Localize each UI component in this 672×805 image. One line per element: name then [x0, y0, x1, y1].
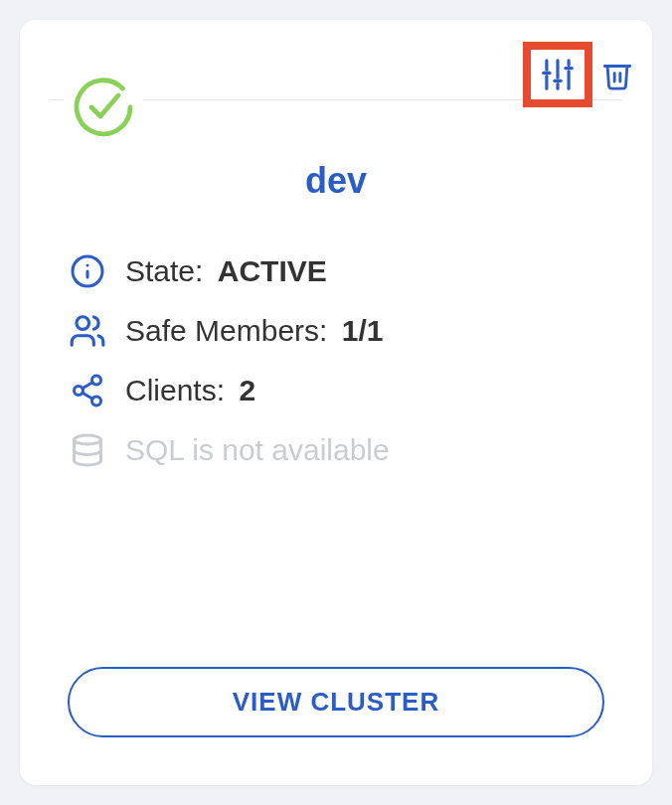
share-icon — [68, 371, 107, 410]
card-header — [20, 20, 652, 100]
svg-point-14 — [77, 317, 89, 330]
svg-point-20 — [75, 435, 101, 444]
members-label: Safe Members: — [125, 314, 327, 347]
sliders-icon — [539, 56, 577, 93]
status-badge — [64, 68, 143, 147]
cluster-card: dev State: ACTIVE — [20, 20, 652, 785]
database-icon — [68, 430, 107, 470]
state-label: State: — [125, 254, 203, 287]
clients-value: 2 — [239, 374, 255, 406]
state-value: ACTIVE — [218, 254, 327, 287]
clients-label: Clients: — [125, 374, 225, 406]
members-value: 1/1 — [342, 314, 384, 347]
cluster-name: dev — [20, 160, 652, 202]
users-icon — [68, 311, 107, 351]
delete-button[interactable] — [600, 58, 634, 91]
view-cluster-button[interactable]: VIEW CLUSTER — [68, 667, 604, 737]
info-icon — [68, 251, 107, 291]
stat-state: State: ACTIVE — [68, 251, 604, 291]
sql-label: SQL is not available — [125, 433, 390, 466]
members-text: Safe Members: 1/1 — [125, 314, 383, 348]
svg-line-19 — [83, 383, 92, 389]
stat-clients: Clients: 2 — [68, 371, 604, 410]
settings-button[interactable] — [539, 56, 577, 93]
stat-sql: SQL is not available — [68, 430, 604, 470]
settings-highlight — [523, 42, 592, 107]
svg-line-18 — [83, 393, 92, 399]
trash-icon — [600, 58, 634, 91]
header-actions — [523, 42, 634, 107]
cluster-stats: State: ACTIVE Safe Members: 1/1 — [20, 202, 652, 470]
sql-text: SQL is not available — [125, 433, 390, 467]
stat-members: Safe Members: 1/1 — [68, 311, 604, 351]
state-text: State: ACTIVE — [125, 254, 327, 288]
clients-text: Clients: 2 — [125, 374, 255, 407]
card-footer: VIEW CLUSTER — [20, 667, 652, 785]
checkmark-circle-icon — [68, 72, 139, 143]
